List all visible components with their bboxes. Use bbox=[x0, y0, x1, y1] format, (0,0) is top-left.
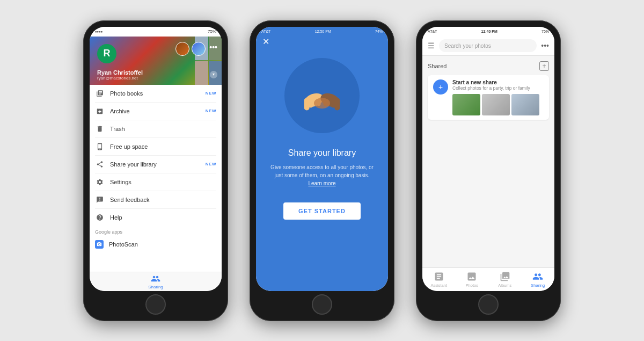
carrier-3: AT&T bbox=[428, 30, 437, 33]
time-3: 12:40 PM bbox=[437, 30, 541, 33]
battery-3: 75% bbox=[541, 30, 549, 33]
share-library-title: Share your library bbox=[288, 148, 356, 158]
tab-assistant-label: Assistant bbox=[431, 283, 447, 288]
signal-icon: ●●●● bbox=[95, 30, 103, 33]
archive-icon bbox=[95, 106, 105, 116]
share-library-desc: Give someone access to all your photos, … bbox=[256, 163, 388, 187]
new-share-desc: Collect photos for a party, trip or fami… bbox=[452, 85, 539, 91]
tab-photos-label: Photos bbox=[466, 283, 478, 288]
new-share-icon: + bbox=[433, 79, 448, 95]
google-apps-label: Google apps bbox=[90, 226, 222, 236]
trash-label: Trash bbox=[110, 126, 216, 132]
free-up-space-icon bbox=[95, 142, 105, 151]
new-share-title: Start a new share bbox=[452, 79, 539, 85]
close-button[interactable]: ✕ bbox=[262, 37, 269, 47]
chevron-down-icon[interactable]: ▾ bbox=[210, 71, 217, 78]
photoscan-label: PhotoScan bbox=[109, 241, 216, 248]
trash-icon bbox=[95, 124, 105, 134]
help-icon bbox=[95, 213, 105, 222]
tab-albums-label: Albums bbox=[498, 283, 511, 288]
feedback-icon bbox=[95, 195, 105, 205]
user-info: Ryan Christoffel ryan@macstories.net bbox=[97, 69, 143, 81]
home-button-2[interactable] bbox=[312, 294, 332, 315]
sharing-tab-btn[interactable]: Sharing bbox=[148, 274, 163, 289]
menu-item-archive[interactable]: Archive NEW bbox=[90, 103, 222, 120]
phone-3: AT&T 12:40 PM 75% ☰ Search your photos •… bbox=[416, 20, 561, 321]
profile-photos bbox=[175, 42, 206, 56]
time-2: 12:50 PM bbox=[270, 30, 375, 33]
hamburger-icon[interactable]: ☰ bbox=[428, 41, 435, 50]
home-button-3[interactable] bbox=[478, 294, 499, 315]
photo-books-label: Photo books bbox=[110, 90, 206, 97]
archive-badge: NEW bbox=[206, 108, 216, 113]
learn-more-link[interactable]: Learn more bbox=[308, 180, 335, 186]
photoscan-icon bbox=[95, 240, 104, 249]
add-shared-button[interactable]: + bbox=[539, 61, 549, 71]
svg-rect-2 bbox=[309, 96, 313, 107]
share-library-icon bbox=[95, 159, 105, 169]
menu-item-photo-books[interactable]: Photo books NEW bbox=[90, 85, 222, 102]
user-name: Ryan Christoffel bbox=[97, 69, 143, 76]
phone-1: ●●●● 75% R ••• Ryan Christoffel ryan@mac… bbox=[83, 20, 228, 321]
photo-books-badge: NEW bbox=[206, 91, 216, 96]
search-placeholder: Search your photos bbox=[444, 43, 491, 49]
new-share-card[interactable]: + Start a new share Collect photos for a… bbox=[428, 75, 549, 120]
send-feedback-label: Send feedback bbox=[110, 197, 216, 203]
more-dots[interactable]: ••• bbox=[209, 43, 217, 52]
sharing-toolbar: ☰ Search your photos ••• bbox=[422, 37, 554, 56]
menu-item-settings[interactable]: Settings bbox=[90, 173, 222, 191]
photo-thumb-2 bbox=[192, 42, 206, 56]
status-bar-1: ●●●● 75% bbox=[90, 27, 222, 37]
archive-label: Archive bbox=[110, 108, 206, 114]
menu-item-share-library[interactable]: Share your library NEW bbox=[90, 156, 222, 173]
tab-albums[interactable]: Albums bbox=[488, 268, 522, 291]
menu-header: R ••• Ryan Christoffel ryan@macstories.n… bbox=[90, 37, 222, 85]
sharing-label: Sharing bbox=[148, 285, 163, 289]
help-label: Help bbox=[110, 214, 216, 221]
phone-2: AT&T 12:50 PM 74% ✕ bbox=[250, 20, 394, 321]
phone-3-screen: AT&T 12:40 PM 75% ☰ Search your photos •… bbox=[422, 27, 554, 291]
phone-1-screen: ●●●● 75% R ••• Ryan Christoffel ryan@mac… bbox=[90, 27, 222, 291]
share-thumb-1 bbox=[452, 94, 480, 115]
menu-list: Photo books NEW Archive NEW Trash bbox=[90, 85, 222, 272]
settings-label: Settings bbox=[110, 179, 216, 185]
share-screen: AT&T 12:50 PM 74% ✕ bbox=[256, 27, 388, 291]
carrier-2: AT&T bbox=[261, 30, 270, 33]
search-bar[interactable]: Search your photos bbox=[439, 39, 537, 52]
home-button-1[interactable] bbox=[145, 294, 166, 315]
more-options-icon[interactable]: ••• bbox=[541, 41, 549, 50]
sharing-content: Shared + + Start a new share Collect pho… bbox=[422, 56, 554, 267]
photo-thumb-1 bbox=[175, 42, 189, 56]
tab-bar: Assistant Photos Albums Sharing bbox=[422, 267, 554, 291]
share-library-badge: NEW bbox=[206, 162, 216, 166]
battery-icon: 75% bbox=[208, 29, 216, 34]
menu-item-free-up-space[interactable]: Free up space bbox=[90, 138, 222, 155]
menu-item-help[interactable]: Help bbox=[90, 209, 222, 226]
shared-section-header: Shared + bbox=[428, 61, 549, 71]
thumb-3 bbox=[195, 61, 208, 85]
svg-rect-7 bbox=[331, 96, 335, 107]
new-share-text: Start a new share Collect photos for a p… bbox=[452, 79, 539, 115]
battery-2: 74% bbox=[375, 30, 383, 33]
tab-sharing[interactable]: Sharing bbox=[522, 268, 555, 291]
status-bar-3: AT&T 12:40 PM 75% bbox=[422, 27, 554, 37]
sharing-screen: AT&T 12:40 PM 75% ☰ Search your photos •… bbox=[422, 27, 554, 291]
tab-photos[interactable]: Photos bbox=[456, 268, 489, 291]
share-thumb-3 bbox=[511, 94, 539, 115]
menu-item-send-feedback[interactable]: Send feedback bbox=[90, 191, 222, 208]
menu-bottom-bar: Sharing bbox=[90, 272, 222, 291]
menu-item-trash[interactable]: Trash bbox=[90, 120, 222, 137]
share-library-label: Share your library bbox=[110, 161, 206, 168]
get-started-button[interactable]: GET STARTED bbox=[283, 202, 361, 220]
tab-assistant[interactable]: Assistant bbox=[422, 268, 456, 291]
photo-books-icon bbox=[95, 89, 105, 98]
share-thumbnails bbox=[452, 94, 539, 115]
user-email: ryan@macstories.net bbox=[97, 76, 143, 81]
settings-icon bbox=[95, 177, 105, 187]
menu-item-photoscan[interactable]: PhotoScan bbox=[90, 236, 222, 253]
tab-sharing-label: Sharing bbox=[531, 283, 545, 288]
share-thumb-2 bbox=[482, 94, 510, 115]
shared-label: Shared bbox=[428, 63, 447, 69]
avatar: R bbox=[97, 44, 116, 63]
phone-2-screen: AT&T 12:50 PM 74% ✕ bbox=[256, 27, 388, 291]
